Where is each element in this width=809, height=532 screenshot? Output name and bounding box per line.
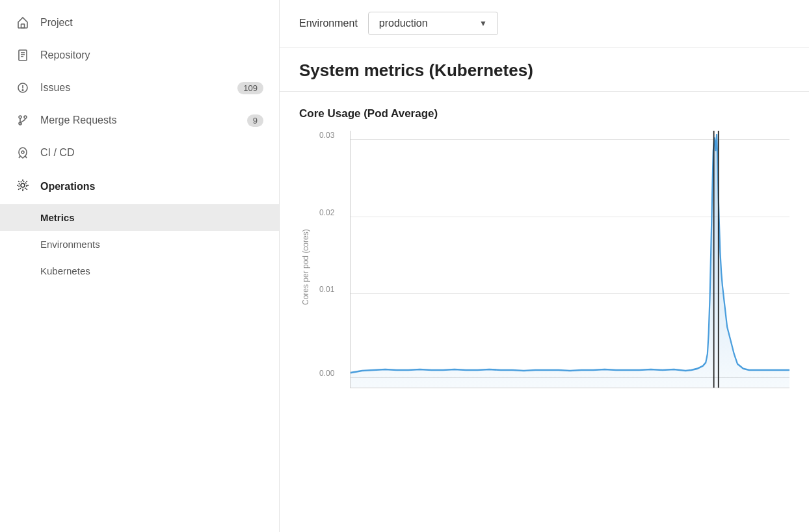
grid-label-001: 0.01 [319,285,334,294]
svg-point-7 [22,90,23,91]
home-icon [16,16,30,30]
svg-point-8 [19,116,21,118]
grid-label-002: 0.02 [319,208,334,217]
main-content: Environment production ▼ System metrics … [280,0,809,532]
sidebar-item-cicd-label: CI / CD [40,147,263,159]
environment-value: production [379,18,428,29]
merge-requests-badge: 9 [247,114,263,127]
environment-dropdown[interactable]: production ▼ [368,12,498,35]
environments-label: Environments [40,239,100,250]
environment-label: Environment [299,18,358,29]
chart-title: Core Usage (Pod Average) [299,107,789,120]
sidebar: Project Repository Issues 109 [0,0,280,532]
svg-point-12 [21,183,25,187]
top-bar: Environment production ▼ [280,0,809,47]
merge-icon [16,113,30,127]
rocket-icon [16,146,30,160]
section-header: System metrics (Kubernetes) [280,47,809,92]
svg-point-11 [21,151,24,153]
grid-label-003: 0.03 [319,131,334,140]
sidebar-item-repository-label: Repository [40,49,263,61]
kubernetes-label: Kubernetes [40,265,90,276]
sidebar-item-operations[interactable]: Operations [0,169,279,204]
chart-svg [351,131,789,388]
issues-badge: 109 [237,82,263,94]
sidebar-item-project[interactable]: Project [0,7,279,39]
sidebar-item-merge-requests-label: Merge Requests [40,114,237,126]
chart-container: Cores per pod (cores) 0.03 0.02 [299,131,789,404]
issues-icon [16,81,30,95]
sidebar-item-cicd[interactable]: CI / CD [0,137,279,169]
grid-label-000: 0.00 [319,369,334,378]
chevron-down-icon: ▼ [479,19,487,28]
svg-rect-1 [19,50,27,60]
svg-rect-0 [21,24,25,28]
svg-point-10 [24,116,27,118]
sidebar-item-issues-label: Issues [40,82,227,94]
sidebar-subitem-metrics[interactable]: Metrics [0,204,279,231]
chart-grid: 0.03 0.02 0.01 0.00 [350,131,789,388]
gear-cluster-icon [16,178,30,195]
sidebar-item-merge-requests[interactable]: Merge Requests 9 [0,104,279,137]
y-axis-label: Cores per pod (cores) [299,131,312,404]
chart-section: Core Usage (Pod Average) Cores per pod (… [280,92,809,419]
sidebar-item-repository[interactable]: Repository [0,39,279,72]
section-title: System metrics (Kubernetes) [299,60,789,81]
operations-label: Operations [40,181,95,193]
sidebar-subitem-kubernetes[interactable]: Kubernetes [0,258,279,284]
sidebar-item-project-label: Project [40,17,263,29]
sidebar-subitem-environments[interactable]: Environments [0,231,279,258]
sidebar-item-issues[interactable]: Issues 109 [0,72,279,104]
file-icon [16,48,30,62]
svg-point-13 [19,181,27,189]
content-area: System metrics (Kubernetes) Core Usage (… [280,47,809,532]
metrics-label: Metrics [40,212,75,223]
